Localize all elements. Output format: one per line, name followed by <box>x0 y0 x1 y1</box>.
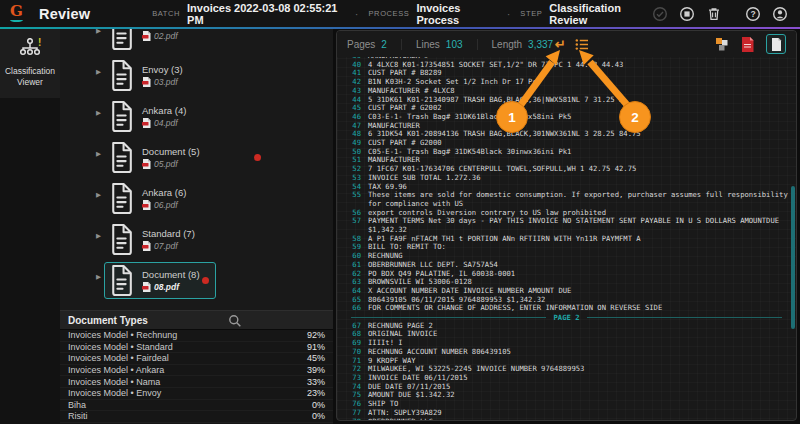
document-card[interactable]: Standard (7) 07.pdf <box>104 221 216 258</box>
line-text: C05-E-1- Trash Bag# 31DK54Black 30inwx36… <box>368 148 790 157</box>
document-card[interactable]: Document (5) 05.pdf <box>104 139 216 176</box>
document-card[interactable]: Ankara (4) 04.pdf <box>104 98 216 135</box>
line-number: 78 <box>343 418 361 421</box>
search-icon[interactable] <box>228 314 242 328</box>
document-type-row[interactable]: Invoices Model • Envoy 23% <box>60 388 333 400</box>
document-type-row[interactable]: Invoices Model • Standard 91% <box>60 342 333 354</box>
document-type-label: Invoices Model • Ankara <box>68 365 164 375</box>
line-text: C03-E-1- Trash Bag# 31DK61Black 36inwx58… <box>368 113 790 122</box>
header-accent-line <box>0 27 800 29</box>
app-root: { "header": { "logo_letter": "G", "title… <box>0 0 800 424</box>
viewer-toolbar-right <box>715 34 786 54</box>
pdf-icon <box>142 118 151 128</box>
text-line: 75 AMOUNT DUE $1.342.32 <box>343 391 790 400</box>
document-item[interactable]: ▶ Ankara (4) 04.pdf <box>60 94 333 135</box>
document-item[interactable]: ▶ Document (8) 08.pdf <box>60 258 333 299</box>
document-list-panel: ▶ 02.pdf <box>60 29 333 310</box>
document-title: Document (5) <box>142 146 200 157</box>
expand-arrow-icon[interactable]: ▶ <box>96 109 101 117</box>
breadcrumb: · BATCH Invoices 2022-03-08 02:55:21 PM … <box>152 2 652 26</box>
text-line: 68 ORIGINAL INVOICE <box>343 330 790 339</box>
expand-arrow-icon[interactable]: ▶ <box>96 68 101 76</box>
line-break-icon[interactable]: ↵ <box>555 38 566 51</box>
document-filename: 04.pdf <box>142 118 186 128</box>
text-line: 59 BILL TO: REMIT TO: <box>343 243 790 252</box>
viewer-stat: Pages 2 <box>347 39 401 50</box>
document-item[interactable]: ▶ 02.pdf <box>60 29 333 53</box>
document-item[interactable]: ▶ Ankara (6) 06.pdf <box>60 176 333 217</box>
document-card[interactable]: Ankara (6) 06.pdf <box>104 180 216 217</box>
line-text: FOR COMMENTS OR CHANGE OF ADDRESS, ENTER… <box>368 304 790 313</box>
app-logo: G <box>10 5 23 22</box>
document-item[interactable]: ▶ Document (5) 05.pdf <box>60 135 333 176</box>
line-text: BILL TO: REMIT TO: <box>368 243 790 252</box>
line-list-icon[interactable] <box>575 38 589 51</box>
line-number: 57 <box>343 217 361 234</box>
expand-arrow-icon[interactable]: ▶ <box>96 232 101 240</box>
document-icon <box>109 101 134 132</box>
approve-check-icon[interactable] <box>652 6 668 22</box>
text-view-toggle[interactable] <box>766 34 786 54</box>
document-type-confidence: 92% <box>307 330 325 340</box>
document-type-row[interactable]: Invoices Model • Ankara 39% <box>60 365 333 377</box>
user-icon[interactable] <box>772 6 788 22</box>
document-filename-text: 08.pdf <box>154 282 179 292</box>
document-card[interactable]: Document (8) 08.pdf <box>104 262 216 299</box>
document-type-label: Risiti <box>68 411 88 421</box>
document-card[interactable]: 02.pdf <box>104 29 216 53</box>
document-meta: Document (8) 08.pdf <box>142 269 200 292</box>
sidebar-item-classification-viewer[interactable]: ! Classification Viewer <box>0 29 60 98</box>
stop-icon[interactable] <box>679 6 695 22</box>
viewer-stat-label: Pages <box>347 39 375 50</box>
document-icon <box>109 142 134 173</box>
trash-icon[interactable] <box>706 6 722 22</box>
viewer-stat-value: 3,337 <box>528 39 553 50</box>
document-type-row[interactable]: Biha 0% <box>60 400 333 412</box>
text-line: 53 INVOICE SUB TOTAL 1.272.36 <box>343 174 790 183</box>
document-types-panel: Document Types Invoices Model • Rechnung… <box>60 310 333 424</box>
line-text: INVOICE SUB TOTAL 1.272.36 <box>368 174 790 183</box>
document-types-title: Document Types <box>68 315 148 326</box>
document-type-row[interactable]: Risiti 0% <box>60 411 333 423</box>
app-header: G Review · BATCH Invoices 2022-03-08 02:… <box>0 0 800 27</box>
document-icon <box>109 265 134 296</box>
document-type-confidence: 45% <box>307 353 325 363</box>
document-type-confidence: 91% <box>307 342 325 352</box>
svg-text:?: ? <box>750 9 755 19</box>
expand-arrow-icon[interactable]: ▶ <box>96 150 101 158</box>
document-type-row[interactable]: Invoices Model • Fairdeal 45% <box>60 353 333 365</box>
expand-arrow-icon[interactable]: ▶ <box>96 29 101 35</box>
help-icon[interactable]: ? <box>745 6 761 22</box>
expand-arrow-icon[interactable]: ▶ <box>96 273 101 281</box>
document-type-row[interactable]: Invoices Model • Nama 33% <box>60 376 333 388</box>
expand-arrow-icon[interactable]: ▶ <box>96 191 101 199</box>
sidebar-item-label: Classification Viewer <box>2 66 58 88</box>
document-icon <box>109 60 134 91</box>
line-text: RECHNUNG ACCOUNT NUMBER 806439105 <box>368 348 790 357</box>
document-filename: 03.pdf <box>142 77 183 87</box>
breadcrumb-label: STEP <box>520 9 542 18</box>
extracted-text: 39 MANUFACTURER # 40 4 4LXC8 K01-1735485… <box>337 52 796 421</box>
breadcrumb-item: · PROCESS Invoices Process <box>345 2 497 26</box>
document-types-list: Invoices Model • Rechnung 92% Invoices M… <box>60 330 333 423</box>
document-type-label: Invoices Model • Fairdeal <box>68 353 169 363</box>
split-view-icon[interactable] <box>715 37 729 51</box>
document-icon <box>109 224 134 255</box>
document-meta: Envoy (3) 03.pdf <box>142 64 183 87</box>
document-filename-text: 02.pdf <box>154 31 178 41</box>
document-item[interactable]: ▶ Envoy (3) 03.pdf <box>60 53 333 94</box>
pdf-icon <box>142 77 151 87</box>
document-filename: 05.pdf <box>142 159 200 169</box>
document-card[interactable]: Envoy (3) 03.pdf <box>104 57 216 94</box>
viewer-scrollbar-thumb[interactable] <box>791 186 795 329</box>
document-type-row[interactable]: Invoices Model • Rechnung 92% <box>60 330 333 342</box>
left-sidebar: ! Classification Viewer <box>0 29 60 424</box>
breadcrumb-value: Invoices Process <box>416 2 496 26</box>
error-dot <box>202 277 209 284</box>
document-title: Envoy (3) <box>142 64 183 75</box>
page-divider-label: PAGE 2 <box>554 313 580 322</box>
document-title: Standard (7) <box>142 228 195 239</box>
pdf-view-icon[interactable] <box>741 37 754 52</box>
document-item[interactable]: ▶ Standard (7) 07.pdf <box>60 217 333 258</box>
document-meta: Ankara (6) 06.pdf <box>142 187 186 210</box>
